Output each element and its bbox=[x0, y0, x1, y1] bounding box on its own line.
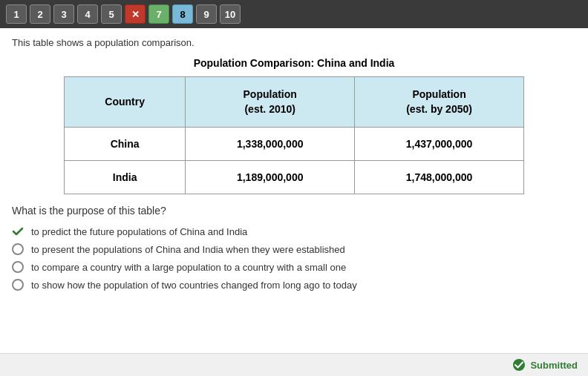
cell-china-pop2050: 1,437,000,000 bbox=[355, 128, 524, 161]
nav-btn-6[interactable]: ✕ bbox=[125, 4, 146, 24]
table-row-india: India 1,189,000,000 1,748,000,000 bbox=[65, 161, 524, 194]
radio-icon-3 bbox=[12, 261, 24, 273]
status-bar: Submitted bbox=[0, 353, 588, 376]
answer-text-4: to show how the population of two countr… bbox=[31, 280, 357, 291]
nav-btn-8[interactable]: 8 bbox=[172, 4, 193, 24]
answer-text-1: to predict the future populations of Chi… bbox=[31, 226, 247, 237]
table-title: Population Comparison: China and India bbox=[12, 57, 576, 69]
check-icon bbox=[12, 225, 24, 237]
answer-list: to predict the future populations of Chi… bbox=[12, 225, 576, 291]
answer-item-3[interactable]: to compare a country with a large popula… bbox=[12, 261, 576, 273]
radio-icon-2 bbox=[12, 243, 24, 255]
col-header-pop2010: Population(est. 2010) bbox=[186, 77, 355, 128]
answer-text-3: to compare a country with a large popula… bbox=[31, 262, 346, 273]
submitted-check-icon bbox=[512, 358, 526, 372]
cell-india-pop2050: 1,748,000,000 bbox=[355, 161, 524, 194]
nav-btn-2[interactable]: 2 bbox=[30, 4, 50, 24]
nav-btn-1[interactable]: 1 bbox=[6, 4, 27, 24]
intro-text: This table shows a population comparison… bbox=[12, 37, 576, 48]
answer-item-2[interactable]: to present the populations of China and … bbox=[12, 243, 576, 255]
answer-item-1[interactable]: to predict the future populations of Chi… bbox=[12, 225, 576, 237]
nav-btn-5[interactable]: 5 bbox=[101, 4, 122, 24]
answer-item-4[interactable]: to show how the population of two countr… bbox=[12, 279, 576, 291]
cell-china-name: China bbox=[65, 128, 186, 161]
col-header-country: Country bbox=[65, 77, 186, 128]
radio-icon-4 bbox=[12, 279, 24, 291]
cell-india-pop2010: 1,189,000,000 bbox=[186, 161, 355, 194]
nav-btn-10[interactable]: 10 bbox=[220, 4, 241, 24]
cell-china-pop2010: 1,338,000,000 bbox=[186, 128, 355, 161]
cell-india-name: India bbox=[65, 161, 186, 194]
question-text: What is the purpose of this table? bbox=[12, 205, 576, 217]
submitted-label: Submitted bbox=[530, 360, 578, 371]
nav-btn-9[interactable]: 9 bbox=[196, 4, 217, 24]
nav-btn-3[interactable]: 3 bbox=[53, 4, 74, 24]
main-content: This table shows a population comparison… bbox=[0, 28, 588, 298]
nav-btn-7[interactable]: 7 bbox=[148, 4, 169, 24]
nav-btn-4[interactable]: 4 bbox=[77, 4, 98, 24]
table-row-china: China 1,338,000,000 1,437,000,000 bbox=[65, 128, 524, 161]
navigation-bar: 1 2 3 4 5 ✕ 7 8 9 10 bbox=[0, 0, 588, 28]
answer-text-2: to present the populations of China and … bbox=[31, 244, 345, 255]
population-table: Country Population(est. 2010) Population… bbox=[64, 76, 524, 194]
col-header-pop2050: Population(est. by 2050) bbox=[355, 77, 524, 128]
